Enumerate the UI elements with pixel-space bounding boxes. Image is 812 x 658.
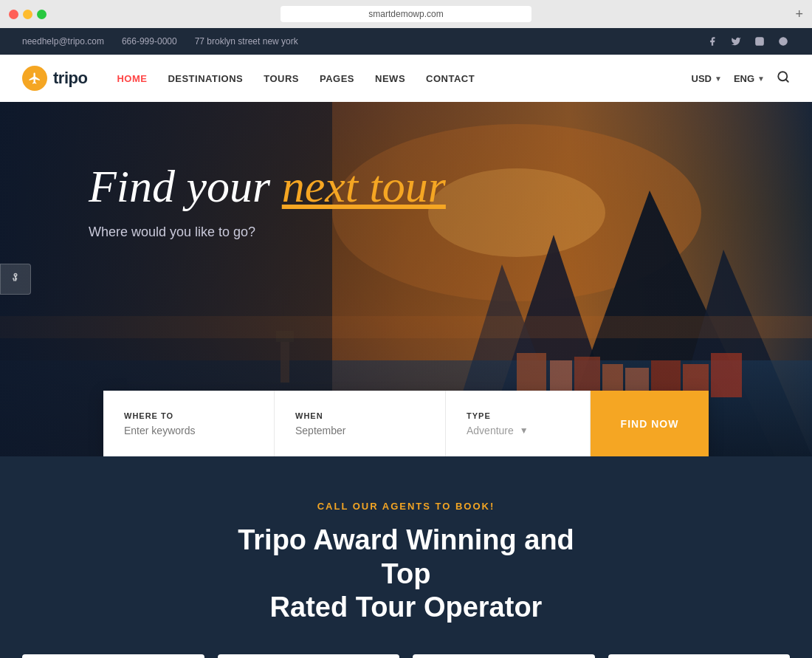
maximize-button[interactable] [37, 10, 47, 19]
nav-contact[interactable]: CONTACT [426, 73, 475, 84]
top-bar-right [706, 35, 790, 48]
top-bar-left: needhelp@tripo.com 666-999-0000 77 brokl… [22, 36, 298, 47]
address-bar[interactable]: smartdemowp.com [281, 6, 531, 22]
lower-title-line1: Tripo Award Winning and Top [238, 524, 574, 589]
type-value: Adventure [467, 425, 514, 436]
when-field: WHEN [275, 391, 446, 456]
hero-title: Find your next tour [89, 161, 790, 211]
currency-chevron: ▼ [715, 75, 722, 83]
feature-card-4[interactable] [608, 654, 791, 658]
when-input[interactable] [295, 425, 424, 436]
globe-icon[interactable] [777, 35, 790, 48]
find-now-label: FIND NOW [621, 418, 679, 430]
where-to-label: WHERE TO [124, 411, 253, 420]
logo[interactable]: tripo [22, 66, 87, 91]
address-info: 77 broklyn street new york [195, 36, 298, 47]
currency-dropdown[interactable]: USD ▼ [692, 73, 722, 84]
logo-icon [22, 66, 47, 91]
hero-content: Find your next tour Where would you like… [0, 102, 812, 240]
logo-text: tripo [53, 69, 87, 88]
nav-links: HOME DESTINATIONS TOURS PAGES NEWS CONTA… [117, 73, 691, 84]
nav-tours[interactable]: TOURS [264, 73, 299, 84]
main-navigation: tripo HOME DESTINATIONS TOURS PAGES NEWS… [0, 55, 812, 102]
nav-home[interactable]: HOME [117, 73, 147, 84]
email-info: needhelp@tripo.com [22, 36, 104, 47]
hero-section: Find your next tour Where would you like… [0, 102, 812, 456]
hero-subtitle: Where would you like to go? [89, 225, 790, 240]
phone-info: 666-999-0000 [122, 36, 177, 47]
find-now-button[interactable]: FIND NOW [591, 391, 709, 456]
lower-title: Tripo Award Winning and Top Rated Tour O… [221, 524, 591, 625]
accessibility-button[interactable] [0, 264, 31, 295]
close-button[interactable] [9, 10, 18, 19]
feature-card-2[interactable] [218, 654, 400, 658]
svg-point-27 [14, 274, 16, 276]
lower-tagline: CALL OUR AGENTS TO BOOK! [22, 501, 790, 512]
feature-card-3[interactable] [413, 654, 595, 658]
hero-title-highlight: next tour [282, 161, 446, 211]
lower-title-line2: Rated Tour Operator [270, 592, 543, 623]
language-chevron: ▼ [757, 75, 765, 83]
language-label: ENG [734, 73, 754, 84]
nav-pages[interactable]: PAGES [320, 73, 354, 84]
language-dropdown[interactable]: ENG ▼ [734, 73, 765, 84]
search-bar: WHERE TO WHEN TYPE Adventure ▼ FIND NOW [103, 391, 709, 456]
feature-cards [22, 654, 790, 658]
svg-line-5 [785, 79, 788, 81]
browser-chrome: smartdemowp.com + [0, 0, 812, 28]
type-wrapper: Adventure ▼ [467, 425, 569, 436]
nav-destinations[interactable]: DESTINATIONS [168, 73, 243, 84]
type-chevron[interactable]: ▼ [520, 425, 529, 436]
traffic-lights [9, 10, 47, 19]
nav-right: USD ▼ ENG ▼ [692, 70, 790, 86]
facebook-icon[interactable] [706, 35, 719, 48]
currency-label: USD [692, 73, 712, 84]
top-info-bar: needhelp@tripo.com 666-999-0000 77 brokl… [0, 28, 812, 55]
search-icon[interactable] [777, 70, 790, 86]
lower-section: CALL OUR AGENTS TO BOOK! Tripo Award Win… [0, 456, 812, 658]
where-to-input[interactable] [124, 425, 253, 436]
when-label: WHEN [295, 411, 424, 420]
new-tab-button[interactable]: + [795, 7, 803, 22]
type-label: TYPE [467, 411, 569, 420]
url-text: smartdemowp.com [368, 9, 443, 19]
type-field: TYPE Adventure ▼ [446, 391, 591, 456]
feature-card-1[interactable] [22, 654, 204, 658]
minimize-button[interactable] [23, 10, 32, 19]
where-to-field: WHERE TO [103, 391, 275, 456]
instagram-icon[interactable] [753, 35, 766, 48]
hero-title-part1: Find your [89, 161, 282, 211]
nav-news[interactable]: NEWS [375, 73, 405, 84]
twitter-icon[interactable] [729, 35, 743, 48]
